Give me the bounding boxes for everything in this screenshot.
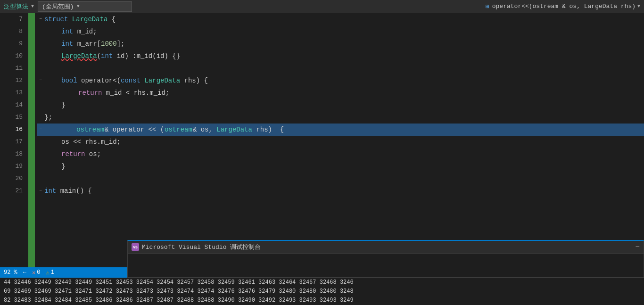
debug-console-close[interactable]: − — [635, 243, 640, 251]
line-num-13: 13 — [0, 87, 23, 99]
line-num-15: 15 — [0, 111, 23, 124]
code-editor[interactable]: − struct LargeData { − int m_id; − int m… — [35, 13, 644, 267]
debug-console-content — [128, 254, 644, 277]
output-line-3: 82 32483 32484 32484 32485 32486 32486 3… — [0, 296, 644, 305]
code-line-10: − LargeData(int id) :m_id(id) {} — [37, 50, 644, 62]
fold-bar — [28, 13, 35, 267]
code-token: LargeData(int id) :m_id(id) {} — [61, 50, 180, 62]
code-line-7: − struct LargeData { — [37, 13, 644, 25]
top-bar: 泛型算法 ▼ (全局范围) ▼ ⊞ operator<<(ostream & o… — [0, 0, 644, 13]
line-num-20: 20 — [0, 173, 23, 185]
error-count: 0 — [37, 269, 40, 276]
status-nav-back[interactable]: ← — [23, 269, 26, 276]
code-token: bool operator<(const LargeData rhs) { — [61, 74, 208, 87]
code-token: return m_id < rhs.m_id; — [78, 87, 169, 99]
debug-console-header: VS Microsoft Visual Studio 调试控制台 − — [128, 241, 644, 254]
warn-icon: ⚠ — [46, 269, 49, 276]
function-dropdown-chevron: ▼ — [637, 4, 640, 9]
code-line-14: − } — [37, 99, 644, 111]
function-icon: ⊞ — [486, 3, 489, 10]
code-token: return os; — [61, 148, 101, 160]
fold-btn-7[interactable]: − — [37, 16, 44, 23]
line-num-21: 21 — [0, 185, 23, 197]
zoom-level: 92 % — [4, 269, 17, 276]
scope-dropdown-chevron: ▼ — [77, 4, 80, 9]
output-line-2: 69 32469 32469 32471 32471 32472 32473 3… — [0, 287, 644, 296]
editor-area: 7 8 9 10 11 12 13 14 15 16 17 18 19 20 2… — [0, 13, 644, 267]
line-number-gutter: 7 8 9 10 11 12 13 14 15 16 17 18 19 20 2… — [0, 13, 28, 267]
line-num-18: 18 — [0, 148, 23, 160]
code-token: int m_id; — [61, 25, 97, 38]
code-line-8: − int m_id; — [37, 25, 644, 38]
line-num-17: 17 — [0, 136, 23, 148]
fold-btn-21[interactable]: − — [37, 187, 44, 195]
line-num-10: 10 — [0, 50, 23, 62]
scope-dropdown-value: (全局范围) — [42, 2, 74, 11]
fold-btn-16[interactable]: − — [37, 126, 44, 133]
code-line-17: − os << rhs.m_id; — [37, 136, 644, 148]
code-line-12: − bool operator<(const LargeData rhs) { — [37, 74, 644, 87]
error-indicator: ✕ 0 — [32, 269, 40, 276]
line-num-9: 9 — [0, 38, 23, 50]
line-num-7: 7 — [0, 13, 23, 25]
output-line-1: 44 32446 32449 32449 32449 32451 32453 3… — [0, 278, 644, 287]
code-line-16: − ostream& operator << (ostream& os, Lar… — [37, 124, 644, 136]
warning-indicator: ⚠ 1 — [46, 269, 54, 276]
code-line-20: − — [37, 173, 644, 185]
bottom-output: 44 32446 32449 32449 32449 32451 32453 3… — [0, 278, 644, 305]
debug-console: VS Microsoft Visual Studio 调试控制台 − — [127, 240, 644, 278]
scope-label-section: 泛型算法 ▼ — [4, 2, 34, 11]
warn-count: 1 — [51, 269, 54, 276]
line-num-14: 14 — [0, 99, 23, 111]
line-num-19: 19 — [0, 160, 23, 173]
code-line-13: − return m_id < rhs.m_id; — [37, 87, 644, 99]
function-dropdown-value: operator<<(ostream & os, LargeData rhs) — [492, 3, 636, 10]
code-token: os << rhs.m_id; — [61, 136, 121, 148]
fold-btn-12[interactable]: − — [37, 77, 44, 84]
code-line-19: − } — [37, 160, 644, 173]
code-line-21: − int main() { — [37, 185, 644, 197]
code-token: int m_arr[1000]; — [61, 38, 124, 50]
line-num-16: 16 — [0, 124, 23, 136]
code-token: int main() { — [44, 185, 92, 197]
error-icon: ✕ — [32, 269, 35, 276]
line-num-8: 8 — [0, 25, 23, 38]
code-line-9: − int m_arr[1000]; — [37, 38, 644, 50]
code-line-18: − return os; — [37, 148, 644, 160]
scope-label: 泛型算法 — [4, 2, 28, 11]
function-nav-section: ⊞ operator<<(ostream & os, LargeData rhs… — [486, 3, 640, 10]
code-token: } — [61, 160, 65, 173]
line-num-11: 11 — [0, 62, 23, 74]
debug-console-title: Microsoft Visual Studio 调试控制台 — [142, 243, 261, 251]
scope-dropdown[interactable]: (全局范围) ▼ — [38, 1, 132, 12]
code-token: struct LargeData { — [44, 13, 116, 25]
scope-chevron: ▼ — [31, 4, 34, 9]
vs-icon: VS — [132, 243, 139, 251]
code-line-11: − — [37, 62, 644, 74]
line-num-12: 12 — [0, 74, 23, 87]
scope-dropdown-section[interactable]: (全局范围) ▼ — [38, 1, 482, 12]
code-token: } — [61, 99, 65, 111]
